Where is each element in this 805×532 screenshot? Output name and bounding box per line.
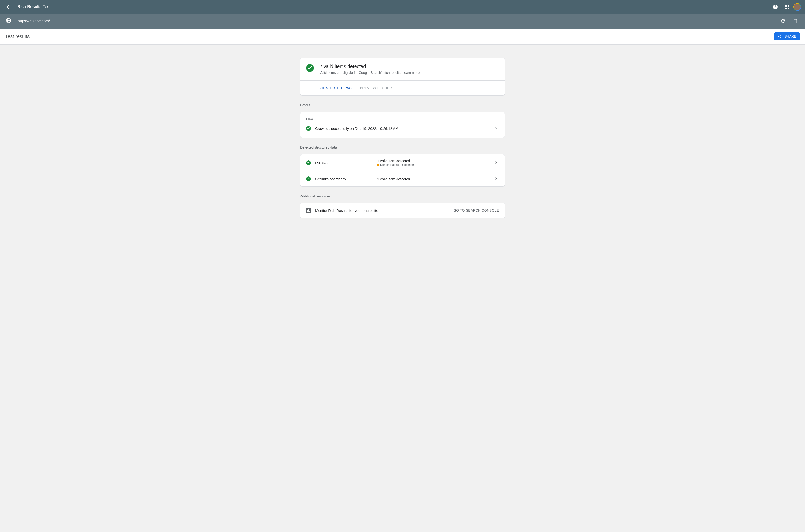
- main-content: 2 valid items detected Valid items are e…: [296, 58, 509, 218]
- resources-section: Additional resources Monitor Rich Result…: [300, 194, 505, 218]
- header-actions: [770, 2, 801, 12]
- url-bar: https://msnbc.com/: [0, 14, 805, 28]
- tab-view-tested-page[interactable]: VIEW TESTED PAGE: [319, 86, 354, 90]
- bar-chart-icon: [306, 208, 311, 213]
- details-section: Details Crawl Crawled successfully on De…: [300, 103, 505, 138]
- check-circle-icon: [306, 126, 311, 131]
- refresh-button[interactable]: [778, 16, 788, 26]
- results-header: Test results SHARE: [0, 28, 805, 44]
- app-header: Rich Results Test: [0, 0, 805, 14]
- structured-item-datasets[interactable]: Datasets 1 valid item detected Non-criti…: [300, 154, 505, 171]
- check-circle-icon: [306, 64, 314, 72]
- structured-section: Detected structured data Datasets 1 vali…: [300, 146, 505, 187]
- app-title: Rich Results Test: [17, 4, 770, 10]
- summary-heading: 2 valid items detected: [319, 64, 420, 69]
- item-detail-sub: Non-critical issues detected: [377, 163, 489, 167]
- avatar-image: [794, 4, 801, 10]
- crawl-status-text: Crawled successfully on Dec 19, 2022, 10…: [315, 127, 489, 131]
- summary-text: 2 valid items detected Valid items are e…: [319, 64, 420, 75]
- account-avatar[interactable]: [793, 3, 801, 11]
- item-details: 1 valid item detected Non-critical issue…: [377, 159, 489, 167]
- expand-button[interactable]: [493, 125, 499, 132]
- chevron-right-icon: [493, 159, 499, 166]
- details-label: Details: [300, 103, 505, 107]
- url-input[interactable]: https://msnbc.com/: [18, 19, 778, 23]
- check-circle-icon: [306, 176, 311, 181]
- crawl-card[interactable]: Crawl Crawled successfully on Dec 19, 20…: [300, 112, 505, 138]
- summary-row: 2 valid items detected Valid items are e…: [300, 58, 505, 80]
- help-button[interactable]: [770, 2, 780, 12]
- structured-item-sitelinks[interactable]: Sitelinks searchbox 1 valid item detecte…: [300, 171, 505, 187]
- help-icon: [772, 4, 778, 10]
- tab-row: VIEW TESTED PAGE PREVIEW RESULTS: [300, 80, 505, 95]
- svg-rect-8: [309, 211, 310, 212]
- item-detail-main: 1 valid item detected: [377, 159, 489, 163]
- resource-text: Monitor Rich Results for your entire sit…: [315, 208, 449, 212]
- apps-button[interactable]: [782, 2, 791, 12]
- summary-subtext: Valid items are eligible for Google Sear…: [319, 71, 420, 75]
- structured-label: Detected structured data: [300, 146, 505, 149]
- svg-rect-6: [307, 210, 308, 212]
- crawl-row: Crawled successfully on Dec 19, 2022, 10…: [306, 125, 499, 132]
- svg-rect-7: [308, 209, 309, 212]
- tab-preview-results: PREVIEW RESULTS: [360, 86, 394, 90]
- resource-card: Monitor Rich Results for your entire sit…: [300, 203, 505, 218]
- refresh-icon: [780, 18, 786, 24]
- share-label: SHARE: [784, 35, 797, 38]
- item-detail-main: 1 valid item detected: [377, 177, 489, 181]
- check-circle-icon: [306, 160, 311, 165]
- apps-icon: [784, 4, 790, 10]
- summary-card: 2 valid items detected Valid items are e…: [300, 58, 505, 96]
- results-title: Test results: [5, 34, 30, 39]
- smartphone-icon: [793, 18, 798, 24]
- share-icon: [777, 34, 782, 39]
- device-button[interactable]: [791, 16, 800, 26]
- learn-more-link[interactable]: Learn more: [403, 71, 420, 75]
- share-button[interactable]: SHARE: [774, 32, 800, 40]
- search-console-link[interactable]: GO TO SEARCH CONSOLE: [454, 208, 499, 212]
- item-details: 1 valid item detected: [377, 177, 489, 181]
- item-name: Datasets: [315, 160, 373, 165]
- item-name: Sitelinks searchbox: [315, 177, 373, 181]
- globe-icon: [6, 18, 11, 24]
- warning-dot-icon: [377, 164, 379, 166]
- arrow-back-icon: [6, 4, 12, 10]
- structured-data-card: Datasets 1 valid item detected Non-criti…: [300, 154, 505, 187]
- chevron-down-icon: [493, 125, 499, 131]
- crawl-label: Crawl: [306, 117, 499, 121]
- url-actions: [778, 16, 800, 26]
- back-button[interactable]: [4, 2, 14, 12]
- chevron-right-icon: [493, 175, 499, 182]
- resources-label: Additional resources: [300, 194, 505, 198]
